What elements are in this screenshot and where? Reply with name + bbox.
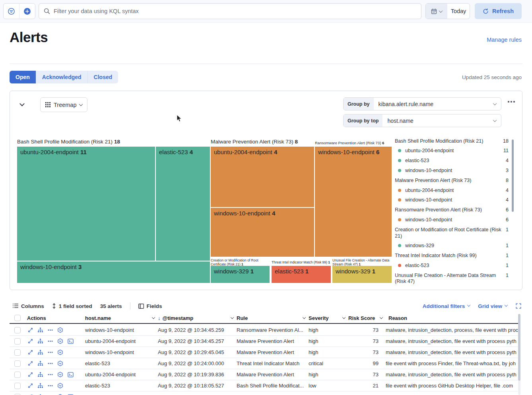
legend-count: 18 xyxy=(503,138,509,145)
treemap-cell[interactable]: windows-10-endpoint 6 xyxy=(315,147,392,257)
legend-count: 1 xyxy=(506,227,509,233)
date-picker: Today xyxy=(425,3,470,19)
legend-item-row[interactable]: windows-10-endpoint4 xyxy=(395,196,509,205)
analyze-event-icon[interactable] xyxy=(37,338,43,344)
add-filter-button[interactable] xyxy=(19,4,35,19)
grid-view-button[interactable]: Grid view xyxy=(478,303,507,309)
manage-rules-link[interactable]: Manage rules xyxy=(487,37,522,43)
more-actions-icon[interactable] xyxy=(48,372,53,377)
sorted-fields-button[interactable]: 1 field sorted xyxy=(52,303,92,309)
legend-item-row[interactable]: windows-3291 xyxy=(395,241,509,251)
columns-button[interactable]: Columns xyxy=(13,303,44,309)
treemap-cell[interactable]: windows-10-endpoint 3 xyxy=(17,261,210,283)
row-checkbox[interactable] xyxy=(14,372,21,378)
treemap-cell[interactable]: ubuntu-2004-endpoint 11 xyxy=(17,147,155,261)
treemap-cell[interactable]: windows-10-endpoint 4 xyxy=(211,208,314,257)
treemap-cell[interactable]: windows-329 1 xyxy=(332,266,392,283)
tab-acknowledged[interactable]: Acknowledged xyxy=(36,71,87,83)
more-actions-icon[interactable] xyxy=(48,327,53,333)
legend-count: 1 xyxy=(506,263,509,269)
refresh-label: Refresh xyxy=(492,8,514,14)
expand-alert-icon[interactable] xyxy=(28,339,33,344)
collapse-panel-button[interactable] xyxy=(20,101,24,108)
analyze-event-icon[interactable] xyxy=(37,349,43,355)
legend-group-row[interactable]: Creation or Modification of Root Certifi… xyxy=(395,225,509,241)
legend-group-row[interactable]: Unusual File Creation - Alternate Data S… xyxy=(395,271,509,286)
legend-item-row[interactable]: windows-10-endpoint6 xyxy=(395,215,509,225)
tab-closed[interactable]: Closed xyxy=(87,71,118,83)
legend-group-row[interactable]: Malware Prevention Alert (Risk 73)8 xyxy=(395,176,509,186)
analyze-event-icon[interactable] xyxy=(37,327,43,333)
row-checkbox[interactable] xyxy=(14,327,21,333)
treemap-cell[interactable]: windows-329 1 xyxy=(211,266,270,283)
analyze-event-icon[interactable] xyxy=(37,372,43,378)
column-header-severity[interactable]: Severity xyxy=(307,315,347,321)
expand-alert-icon[interactable] xyxy=(28,372,33,377)
treemap-cell[interactable]: elastic-523 1 xyxy=(272,266,331,283)
group-by-top-value[interactable]: host.name xyxy=(382,114,501,127)
legend-label: elastic-523 xyxy=(405,158,506,164)
chart-type-select[interactable]: Treemap xyxy=(40,97,87,112)
legend-group-row[interactable]: Ransomware Prevention Alert (Risk 73)6 xyxy=(395,205,509,215)
kql-search-input[interactable]: Filter your data using KQL syntax xyxy=(39,3,421,19)
legend-count: 4 xyxy=(506,188,509,194)
legend-item-row[interactable]: windows-10-endpoint3 xyxy=(395,166,509,176)
column-header-risk-score[interactable]: Risk Score xyxy=(347,315,384,321)
treemap-cell[interactable]: elastic-523 4 xyxy=(156,147,210,261)
row-checkbox[interactable] xyxy=(14,349,21,356)
analyze-event-icon[interactable] xyxy=(37,383,43,389)
investigate-in-timeline-icon[interactable] xyxy=(57,338,63,344)
legend-item-row[interactable]: ubuntu-2004-endpoint11 xyxy=(395,146,509,156)
open-session-view-icon[interactable] xyxy=(68,339,74,344)
legend-scrollbar[interactable] xyxy=(512,139,514,212)
analyze-event-icon[interactable] xyxy=(37,360,43,366)
alert-row: elastic-523Aug 9, 2022 @ 10:18:05.527Bas… xyxy=(10,380,519,391)
select-all-checkbox[interactable] xyxy=(14,315,21,321)
legend-group-row[interactable]: Threat Intel Indicator Match (Risk 99)1 xyxy=(395,251,509,261)
more-actions-icon[interactable] xyxy=(48,350,53,355)
today-button[interactable]: Today xyxy=(447,4,470,19)
investigate-in-timeline-icon[interactable] xyxy=(57,360,63,366)
fields-button[interactable]: Fields xyxy=(138,303,162,309)
expand-alert-icon[interactable] xyxy=(28,361,33,366)
date-picker-calendar-button[interactable] xyxy=(426,4,447,19)
more-actions-icon[interactable] xyxy=(48,361,53,366)
fullscreen-button[interactable] xyxy=(515,303,522,309)
legend-item-row[interactable]: elastic-5231 xyxy=(395,261,509,271)
row-checkbox[interactable] xyxy=(14,383,21,389)
additional-filters-button[interactable]: Additional filters xyxy=(423,303,470,309)
investigate-in-timeline-icon[interactable] xyxy=(57,383,63,389)
risk-score-cell: 21 xyxy=(347,383,384,389)
expand-alert-icon[interactable] xyxy=(28,383,33,388)
chevron-down-icon xyxy=(505,303,508,306)
expand-alert-icon[interactable] xyxy=(28,327,33,333)
column-header-host-name[interactable]: host.name xyxy=(83,315,156,321)
sort-arrow-down-icon: ↓ xyxy=(158,315,161,321)
expand-alert-icon[interactable] xyxy=(28,350,33,355)
tab-open[interactable]: Open xyxy=(10,71,36,83)
legend-item-row[interactable]: ubuntu-2004-endpoint4 xyxy=(395,186,509,196)
alert-row: elastic-523Aug 9, 2022 @ 10:24:00.000Thr… xyxy=(10,358,519,369)
reason-cell: malware, intrusion_detection, file event… xyxy=(384,338,519,344)
column-header-timestamp[interactable]: ↓@timestamp xyxy=(156,315,235,321)
group-by-value[interactable]: kibana.alert.rule.name xyxy=(374,98,501,110)
more-actions-icon[interactable] xyxy=(48,339,53,344)
row-checkbox[interactable] xyxy=(14,360,21,367)
legend-item-row[interactable]: elastic-5234 xyxy=(395,156,509,166)
row-checkbox[interactable] xyxy=(14,338,21,345)
treemap-cell[interactable]: ubuntu-2004-endpoint 4 xyxy=(211,147,314,207)
column-header-rule[interactable]: Rule xyxy=(235,315,307,321)
more-actions-icon[interactable] xyxy=(48,383,53,388)
panel-options-button[interactable] xyxy=(508,101,515,103)
table-scrollbar[interactable] xyxy=(518,314,520,381)
legend-group-row[interactable]: Bash Shell Profile Modification (Risk 21… xyxy=(395,136,509,146)
investigate-in-timeline-icon[interactable] xyxy=(57,327,63,333)
open-session-view-icon[interactable] xyxy=(68,372,74,378)
chevron-down-icon xyxy=(342,316,346,319)
query-bar-controls xyxy=(3,3,35,19)
refresh-button[interactable]: Refresh xyxy=(475,3,522,19)
saved-queries-button[interactable] xyxy=(4,4,19,19)
reason-cell: malware, intrusion_detection, file event… xyxy=(384,372,519,378)
investigate-in-timeline-icon[interactable] xyxy=(57,349,63,355)
investigate-in-timeline-icon[interactable] xyxy=(57,372,63,378)
